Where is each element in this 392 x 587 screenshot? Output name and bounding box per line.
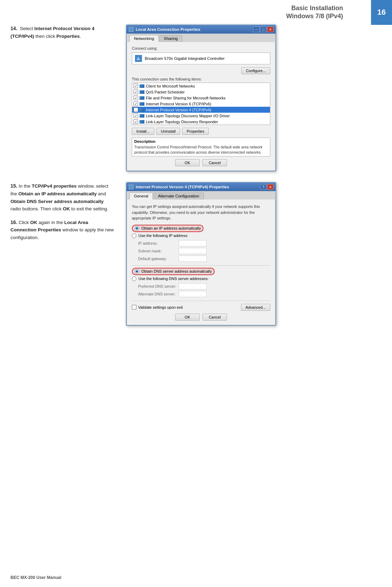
divider2 <box>132 301 270 301</box>
item-icon-lltdm <box>140 114 144 118</box>
checkbox-file-printer[interactable] <box>134 96 138 100</box>
obtain-ip-label: Obtain an IP address automatically <box>141 226 201 230</box>
checkbox-lltdm[interactable] <box>134 113 138 118</box>
item-icon-qos <box>140 90 144 94</box>
tab-sharing[interactable]: Sharing <box>159 35 183 42</box>
footer-text: BEC MX-200 User Manual <box>10 575 61 580</box>
gateway-row: Default gateway: . . . <box>138 256 270 262</box>
items-list[interactable]: Client for Microsoft Networks QoS Packet… <box>132 83 270 125</box>
alternate-dns-input[interactable]: . . . <box>179 291 207 297</box>
validate-label: Validate settings upon exit <box>138 305 183 309</box>
item-icon-file-printer <box>140 96 144 100</box>
ip-description: You can get IP settings assigned automat… <box>132 204 270 221</box>
subnet-mask-row: Subnet mask: . . . <box>138 248 270 254</box>
radio-obtain-ip[interactable] <box>135 226 139 231</box>
list-item-lltdm[interactable]: Link-Layer Topology Discovery Mapper I/O… <box>132 113 270 119</box>
checkbox-client-ms[interactable] <box>134 84 138 88</box>
connect-device-box: 🖧 Broadcom 570x Gigabit Integrated Contr… <box>132 53 270 64</box>
list-item-file-printer[interactable]: File and Printer Sharing for Microsoft N… <box>132 95 270 101</box>
checkbox-ipv6[interactable] <box>134 102 138 106</box>
list-item-client-ms[interactable]: Client for Microsoft Networks <box>132 83 270 89</box>
alternate-dns-label: Alternate DNS server: <box>138 292 177 296</box>
preferred-dns-input[interactable]: . . . <box>179 283 207 289</box>
preferred-dns-label: Preferred DNS server: <box>138 284 177 288</box>
close2-button[interactable]: ✕ <box>267 184 273 190</box>
connect-using-label: Connect using: <box>132 46 270 50</box>
tab-networking[interactable]: Networking <box>129 35 159 42</box>
header-title: Basic Installation Windows 7/8 (IPv4) <box>286 0 371 25</box>
description-label: Description <box>134 139 268 144</box>
step-15-16-text: 15. In the TCP/IPv4 properties window, s… <box>10 182 115 241</box>
radio-obtain-ip-item[interactable]: Obtain an IP address automatically <box>132 225 270 232</box>
maximize-button[interactable]: □ <box>260 27 266 32</box>
subnet-mask-input[interactable]: . . . <box>179 248 207 254</box>
configure-button[interactable]: Configure... <box>241 67 270 74</box>
radio-obtain-dns[interactable] <box>135 269 139 274</box>
tab-alternate-config[interactable]: Alternate Configuration <box>154 193 204 200</box>
network-adapter-icon: 🖧 <box>135 55 142 62</box>
validate-row: Validate settings upon exit Advanced... <box>132 304 270 311</box>
dns-fields-box: Preferred DNS server: . . . Alternate DN… <box>138 283 270 297</box>
configure-row: Configure... <box>132 67 270 74</box>
radio-use-ip-item[interactable]: Use the following IP address: <box>132 233 270 238</box>
item-icon-ipv6 <box>140 102 144 106</box>
ip-address-label: IP address: <box>138 241 177 245</box>
dialog-titlebar: Local Area Connection Properties ─ □ ✕ <box>127 25 276 34</box>
dialog2-title: Internet Protocol Version 4 (TCP/IPv4) P… <box>136 185 229 189</box>
window-controls[interactable]: ─ □ ✕ <box>253 27 273 32</box>
ip-fields-box: IP address: . . . Subnet mask: . . . Def… <box>138 240 270 262</box>
cancel2-button[interactable]: Cancel <box>202 314 227 321</box>
properties-button[interactable]: Properties <box>182 128 209 135</box>
tab-general[interactable]: General <box>129 193 153 200</box>
window2-controls[interactable]: ? ✕ <box>260 184 273 190</box>
dialog-tcpipv4: Internet Protocol Version 4 (TCP/IPv4) P… <box>126 182 276 326</box>
page-number: 16 <box>371 0 392 25</box>
preferred-dns-row: Preferred DNS server: . . . <box>138 283 270 289</box>
dialog2-titlebar: Internet Protocol Version 4 (TCP/IPv4) P… <box>127 183 276 191</box>
install-button[interactable]: Install... <box>132 128 154 135</box>
ip-address-input[interactable]: . . . <box>179 240 207 246</box>
step-15-16-row: 15. In the TCP/IPv4 properties window, s… <box>10 182 382 326</box>
cancel-button[interactable]: Cancel <box>202 159 227 166</box>
dialog-icon <box>129 27 134 32</box>
checkbox-qos[interactable] <box>134 90 138 94</box>
ok-cancel-row: OK Cancel <box>132 159 270 166</box>
ok2-button[interactable]: OK <box>175 314 200 321</box>
validate-check[interactable]: Validate settings upon exit <box>132 305 183 309</box>
ok-button[interactable]: OK <box>175 159 200 166</box>
item-icon-client-ms <box>140 84 144 88</box>
step-14-image: Local Area Connection Properties ─ □ ✕ N… <box>126 25 382 172</box>
list-item-ipv6[interactable]: Internet Protocol Version 6 (TCP/IPv6) <box>132 101 270 107</box>
use-ip-label: Use the following IP address: <box>138 233 188 238</box>
dialog-local-area-connection: Local Area Connection Properties ─ □ ✕ N… <box>126 25 276 172</box>
page-header: Basic Installation Windows 7/8 (IPv4) 16 <box>0 0 392 25</box>
list-item-ipv4[interactable]: Internet Protocol Version 4 (TCP/IPv4) <box>132 107 270 113</box>
step-14-text: 14. Select Internet Protocol Version 4 (… <box>10 25 115 172</box>
divider <box>132 265 270 266</box>
alternate-dns-row: Alternate DNS server: . . . <box>138 291 270 297</box>
items-label: This connection uses the following items… <box>132 77 270 81</box>
list-item-qos[interactable]: QoS Packet Scheduler <box>132 89 270 95</box>
checkbox-ipv4[interactable] <box>134 107 138 112</box>
obtain-dns-label: Obtain DNS server address automatically <box>141 269 212 273</box>
uninstall-button[interactable]: Uninstall <box>156 128 180 135</box>
dialog2-body: You can get IP settings assigned automat… <box>127 200 276 325</box>
dialog-tabs: Networking Sharing <box>127 34 276 42</box>
dialog2-icon <box>129 184 134 189</box>
help-button[interactable]: ? <box>260 184 266 190</box>
radio-use-dns[interactable] <box>132 277 136 281</box>
gateway-input[interactable]: . . . <box>179 256 207 262</box>
page-footer: BEC MX-200 User Manual <box>10 575 61 580</box>
radio-use-ip[interactable] <box>132 233 136 238</box>
radio-obtain-dns-item[interactable]: Obtain DNS server address automatically <box>132 268 270 275</box>
minimize-button[interactable]: ─ <box>253 27 259 32</box>
list-item-lltdr[interactable]: Link-Layer Topology Discovery Responder <box>132 119 270 125</box>
subnet-mask-label: Subnet mask: <box>138 249 177 253</box>
step-14-row: 14. Select Internet Protocol Version 4 (… <box>10 25 382 172</box>
close-button[interactable]: ✕ <box>267 27 273 32</box>
radio-use-dns-item[interactable]: Use the following DNS server addresses: <box>132 277 270 281</box>
advanced-button[interactable]: Advanced... <box>241 304 270 311</box>
ok-cancel-row2: OK Cancel <box>132 314 270 321</box>
checkbox-lltdr[interactable] <box>134 119 138 124</box>
validate-checkbox[interactable] <box>132 305 136 309</box>
